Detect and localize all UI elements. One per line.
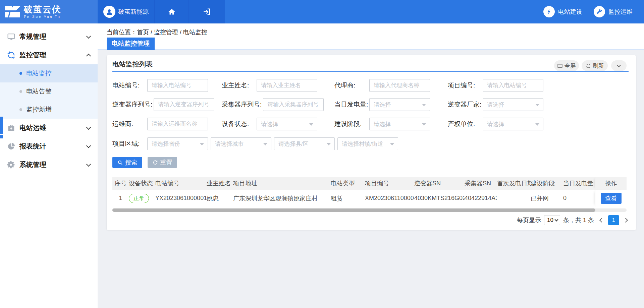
field-label: 业主姓名: (222, 81, 255, 90)
battery-bolt-icon (7, 124, 15, 132)
search-icon (117, 160, 123, 165)
bullet-dot-icon (19, 72, 22, 75)
filter-owner-name: 业主姓名: (222, 79, 317, 92)
device-status-select[interactable]: 请选择 (257, 118, 317, 130)
sidebar-item-monitor-add[interactable]: 监控新增 (0, 101, 98, 119)
refresh-button[interactable]: 刷新 (582, 60, 608, 71)
sidebar-scrollbar-segment[interactable] (0, 135, 3, 138)
select-placeholder: 请选择 (261, 120, 278, 128)
page-size-select[interactable]: 10 (544, 215, 560, 225)
town-select[interactable]: 请选择村镇/街道 (337, 137, 398, 150)
select-placeholder: 请选择省份 (152, 140, 180, 148)
horizontal-scrollbar-track[interactable] (112, 208, 627, 212)
nav-station-build[interactable]: 电站建设 (543, 0, 582, 23)
avatar (103, 6, 115, 18)
province-select[interactable]: 请选择省份 (147, 137, 208, 150)
build-stage-select[interactable]: 请选择 (369, 118, 430, 130)
panel-title-underline (112, 71, 629, 72)
filter-device-status: 设备状态: 请选择 (222, 118, 317, 130)
col-header-stage: 建设阶段 (531, 177, 563, 190)
inverter-vendor-select[interactable]: 请选择 (483, 98, 543, 111)
home-button[interactable] (154, 0, 189, 23)
owner-name-input[interactable] (257, 79, 317, 92)
logout-button[interactable] (189, 0, 225, 23)
wrench-icon (594, 6, 605, 17)
sidebar-scrollbar[interactable] (0, 117, 3, 134)
caret-down-icon (200, 143, 204, 145)
cell-collector-sn: 40422914A3... (465, 190, 497, 207)
prev-page-button[interactable] (599, 218, 604, 223)
sidebar-item-general-mgmt[interactable]: 常规管理 (0, 27, 98, 46)
tab-underline (98, 50, 644, 50)
col-header-actions: 操作 (595, 177, 627, 190)
sidebar-item-station-ops[interactable]: 电站运维 (0, 119, 98, 137)
property-unit-select[interactable]: 请选择 (483, 118, 543, 130)
view-button[interactable]: 查看 (601, 193, 622, 204)
sidebar-subitem-label: 监控新增 (26, 105, 52, 114)
reset-button[interactable]: 重置 (148, 157, 177, 168)
field-label: 逆变器厂家: (448, 100, 481, 109)
nav-label: 监控运维 (608, 8, 633, 16)
project-no-input[interactable] (483, 79, 543, 92)
station-table: 序号 设备状态 电站编号 业主姓名 项目地址 电站类型 项目编号 逆变器SN 采… (112, 177, 627, 207)
ops-vendor-input[interactable] (147, 118, 208, 130)
caret-down-icon (554, 218, 558, 221)
account-name: 破茧新能源 (118, 8, 149, 16)
bullet-dot-icon (19, 90, 22, 93)
table-header-row: 序号 设备状态 电站编号 业主姓名 项目地址 电站类型 项目编号 逆变器SN 采… (112, 177, 627, 190)
cell-station-no: YX2023061000001 (155, 190, 207, 207)
cell-first-power-date (497, 190, 531, 207)
agent-input[interactable] (369, 79, 430, 92)
search-button[interactable]: 搜索 (112, 157, 142, 168)
logo-title: 破茧云伏 (24, 5, 61, 14)
sidebar-item-label: 电站运维 (19, 123, 46, 132)
sidebar-item-monitor-mgmt[interactable]: 监控管理 (0, 46, 98, 64)
sidebar-item-report-stats[interactable]: 报表统计 (0, 137, 98, 156)
caret-down-icon (390, 143, 394, 145)
header-spacer (225, 0, 543, 23)
top-header: 破茧云伏 Po Jian Yun Fu 破茧新能源 (0, 0, 644, 23)
chevron-down-icon (617, 63, 621, 67)
select-placeholder: 请选择 (487, 120, 504, 128)
filter-inverter-vendor: 逆变器厂家: 请选择 (448, 98, 543, 111)
col-header-project-no: 项目编号 (365, 177, 414, 190)
content-top-strip: 当前位置：首页 / 监控管理 / 电站监控 电站监控管理 (98, 23, 644, 50)
page-number-button[interactable]: 1 (608, 215, 619, 225)
horizontal-scrollbar-thumb[interactable] (112, 208, 595, 212)
cell-address: 广东深圳龙华区观澜镇姚家庄村 (233, 190, 331, 207)
field-label: 建设阶段: (334, 120, 368, 128)
sidebar-item-system-mgmt[interactable]: 系统管理 (0, 156, 98, 174)
sidebar-subitem-label: 电站监控 (26, 69, 52, 78)
refresh-icon (586, 63, 591, 68)
caret-down-icon (422, 104, 426, 106)
station-no-input[interactable] (147, 79, 208, 92)
collapse-button[interactable] (611, 60, 627, 71)
sidebar-item-station-monitor[interactable]: 电站监控 (0, 64, 98, 82)
daily-power-select[interactable]: 请选择 (369, 98, 430, 111)
select-placeholder: 请选择 (374, 101, 391, 109)
district-select[interactable]: 请选择县/区 (274, 137, 335, 150)
breadcrumb: 当前位置：首页 / 监控管理 / 电站监控 (107, 28, 207, 36)
filter-inverter-sn: 逆变器序列号: (112, 98, 214, 111)
inverter-sn-input[interactable] (154, 98, 214, 111)
chevron-down-icon (86, 162, 91, 166)
fullscreen-label: 全屏 (565, 62, 576, 70)
select-placeholder: 请选择村镇/街道 (342, 140, 383, 148)
account-info[interactable]: 破茧新能源 (98, 0, 154, 23)
exit-icon (203, 8, 211, 16)
field-label: 项目区域: (112, 139, 146, 148)
col-header-device-status: 设备状态 (129, 177, 155, 190)
filter-agent: 代理商: (334, 79, 430, 92)
page-size-value: 10 (547, 217, 553, 224)
fullscreen-button[interactable]: 全屏 (554, 60, 579, 71)
tab-station-monitor-mgmt[interactable]: 电站监控管理 (107, 38, 155, 50)
sidebar-item-station-alarm[interactable]: 电站告警 (0, 82, 98, 101)
next-page-button[interactable] (623, 218, 628, 223)
cell-owner: 姚忠 (207, 190, 233, 207)
table-row: 1 正常 YX2023061000001 姚忠 广东深圳龙华区观澜镇姚家庄村 租… (112, 190, 627, 207)
select-placeholder: 请选择县/区 (278, 140, 309, 148)
nav-monitor-ops[interactable]: 监控运维 (594, 0, 633, 23)
city-select[interactable]: 请选择城市 (211, 137, 271, 150)
station-monitor-panel: 电站监控列表 全屏 刷新 电站编号: 业主姓名: (107, 55, 636, 230)
collector-sn-input[interactable] (263, 98, 324, 111)
